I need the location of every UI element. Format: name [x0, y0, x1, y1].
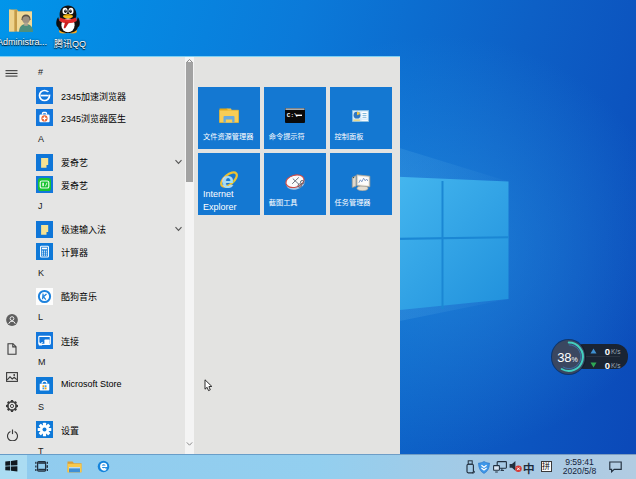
svg-text:e: e	[221, 168, 233, 189]
